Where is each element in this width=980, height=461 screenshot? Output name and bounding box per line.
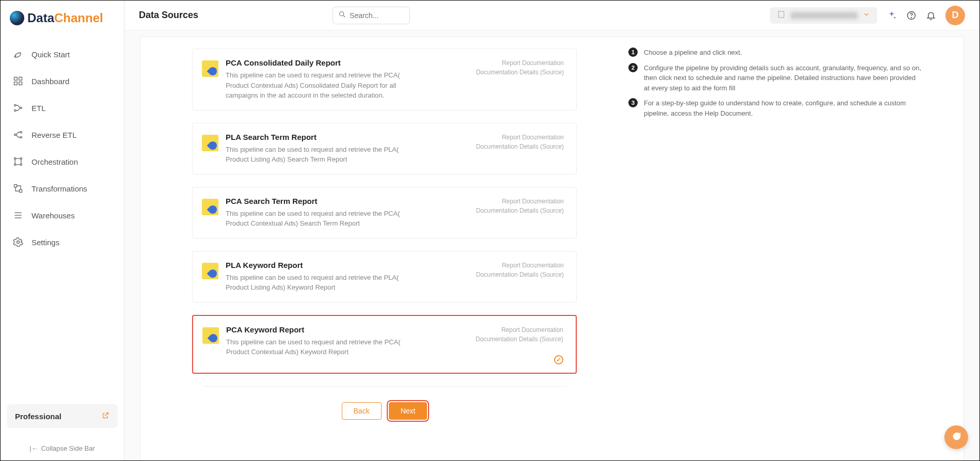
svg-point-28 xyxy=(911,17,912,18)
flipkart-icon xyxy=(202,327,219,344)
flipkart-icon xyxy=(202,263,218,279)
pipeline-desc: This pipeline can be used to request and… xyxy=(226,209,422,229)
documentation-details-link[interactable]: Documentation Details (Source) xyxy=(476,142,564,151)
flow-icon xyxy=(12,102,24,114)
svg-rect-0 xyxy=(14,77,18,81)
documentation-details-link[interactable]: Documentation Details (Source) xyxy=(476,270,564,279)
bell-icon[interactable] xyxy=(926,10,936,21)
plan-label: Professional xyxy=(15,412,61,421)
sidebar-item-etl[interactable]: ETL xyxy=(7,94,118,121)
pipeline-desc: This pipeline can be used to request and… xyxy=(226,337,422,357)
step-row: 1 Choose a pipeline and click next. xyxy=(628,47,922,58)
sidebar-item-transformations[interactable]: Transformations xyxy=(7,175,118,202)
back-button[interactable]: Back xyxy=(342,402,382,420)
sidebar-item-dashboard[interactable]: Dashboard xyxy=(7,68,118,94)
sidebar-item-label: Dashboard xyxy=(31,77,69,86)
logo[interactable]: DataChannel xyxy=(7,11,118,25)
pipeline-desc: This pipeline can be used to request and… xyxy=(226,145,422,165)
sidebar-item-orchestration[interactable]: Orchestration xyxy=(7,148,118,175)
flipkart-icon xyxy=(202,135,218,151)
pipeline-card[interactable]: PCA Consolidated Daily Report This pipel… xyxy=(192,49,577,110)
rocket-icon xyxy=(12,48,24,60)
sidebar-item-label: Reverse ETL xyxy=(31,131,77,139)
org-name-redacted xyxy=(791,12,858,19)
nodes-icon xyxy=(12,155,24,168)
sidebar-item-reverse-etl[interactable]: Reverse ETL xyxy=(7,121,118,148)
selected-check-icon xyxy=(554,355,563,364)
search-box[interactable] xyxy=(333,7,410,24)
pipeline-desc: This pipeline can be used to request and… xyxy=(226,273,422,293)
header: Data Sources D xyxy=(124,1,979,30)
logo-text-part1: Data xyxy=(27,11,54,25)
chat-icon xyxy=(951,431,962,444)
step-number: 2 xyxy=(628,63,638,72)
step-text: Configure the pipeline by providing deta… xyxy=(644,63,922,93)
svg-point-19 xyxy=(17,241,20,244)
flipkart-icon xyxy=(202,60,218,77)
svg-rect-22 xyxy=(779,11,784,18)
org-dropdown[interactable] xyxy=(770,7,877,24)
sidebar-item-quick-start[interactable]: Quick Start xyxy=(7,41,118,68)
database-icon xyxy=(12,209,24,221)
documentation-details-link[interactable]: Documentation Details (Source) xyxy=(476,68,564,77)
step-row: 3 For a step-by-step guide to understand… xyxy=(628,98,922,118)
svg-point-13 xyxy=(20,164,22,165)
collapse-sidebar-button[interactable]: |← Collapse Side Bar xyxy=(7,442,118,454)
sidebar-item-label: Orchestration xyxy=(31,157,78,166)
svg-point-5 xyxy=(14,109,16,111)
chat-fab[interactable] xyxy=(944,425,968,449)
sidebar-item-warehouses[interactable]: Warehouses xyxy=(7,202,118,229)
sidebar-item-label: Warehouses xyxy=(31,211,75,220)
documentation-details-link[interactable]: Documentation Details (Source) xyxy=(476,206,564,215)
search-input[interactable] xyxy=(350,11,404,20)
step-row: 2 Configure the pipeline by providing de… xyxy=(628,63,922,93)
plan-card[interactable]: Professional xyxy=(7,404,118,428)
svg-point-9 xyxy=(14,134,16,135)
sparkle-icon[interactable] xyxy=(887,10,897,21)
collapse-label: Collapse Side Bar xyxy=(41,444,95,452)
chevron-down-icon xyxy=(863,11,870,20)
sidebar-item-label: Quick Start xyxy=(31,50,70,59)
svg-point-31 xyxy=(957,436,958,437)
report-documentation-link[interactable]: Report Documentation xyxy=(476,261,564,270)
report-documentation-link[interactable]: Report Documentation xyxy=(476,197,564,206)
svg-rect-15 xyxy=(20,190,22,193)
svg-point-10 xyxy=(14,158,16,160)
svg-point-7 xyxy=(20,131,22,133)
next-button[interactable]: Next xyxy=(389,402,428,420)
report-documentation-link[interactable]: Report Documentation xyxy=(476,133,564,142)
svg-point-12 xyxy=(14,164,16,165)
external-link-icon xyxy=(102,411,109,421)
svg-point-30 xyxy=(956,436,957,437)
button-row: Back Next xyxy=(192,402,577,420)
content-panel: PCA Consolidated Daily Report This pipel… xyxy=(140,37,964,460)
report-documentation-link[interactable]: Report Documentation xyxy=(476,58,564,68)
help-icon[interactable] xyxy=(906,10,916,21)
report-documentation-link[interactable]: Report Documentation xyxy=(476,325,563,335)
steps-list: 1 Choose a pipeline and click next. 2 Co… xyxy=(628,47,922,118)
svg-line-21 xyxy=(343,15,345,17)
pipeline-card[interactable]: PCA Search Term Report This pipeline can… xyxy=(192,187,577,239)
flipkart-icon xyxy=(202,199,218,215)
svg-rect-14 xyxy=(14,185,17,187)
logo-mark-icon xyxy=(10,11,24,25)
sidebar-item-settings[interactable]: Settings xyxy=(7,229,118,256)
pipeline-list: PCA Consolidated Daily Report This pipel… xyxy=(192,49,577,374)
avatar[interactable]: D xyxy=(945,6,965,25)
svg-point-29 xyxy=(954,436,955,437)
sidebar-item-label: Settings xyxy=(31,238,59,247)
pipeline-desc: This pipeline can be used to request and… xyxy=(226,70,422,101)
svg-point-20 xyxy=(340,11,344,15)
logo-text-part2: Channel xyxy=(54,11,103,25)
sidebar-item-label: ETL xyxy=(31,104,46,113)
pipeline-card[interactable]: PLA Keyword Report This pipeline can be … xyxy=(192,251,577,303)
documentation-details-link[interactable]: Documentation Details (Source) xyxy=(476,335,563,344)
sidebar-item-label: Transformations xyxy=(31,184,87,193)
sidebar: DataChannel Quick Start Dashboard ETL Re… xyxy=(1,1,124,460)
pipeline-card[interactable]: PLA Search Term Report This pipeline can… xyxy=(192,123,577,174)
grid-icon xyxy=(12,75,24,87)
step-text: Choose a pipeline and click next. xyxy=(644,47,742,58)
pipeline-card[interactable]: PCA Keyword Report This pipeline can be … xyxy=(192,315,577,374)
svg-rect-1 xyxy=(19,77,22,81)
building-icon xyxy=(777,10,785,21)
